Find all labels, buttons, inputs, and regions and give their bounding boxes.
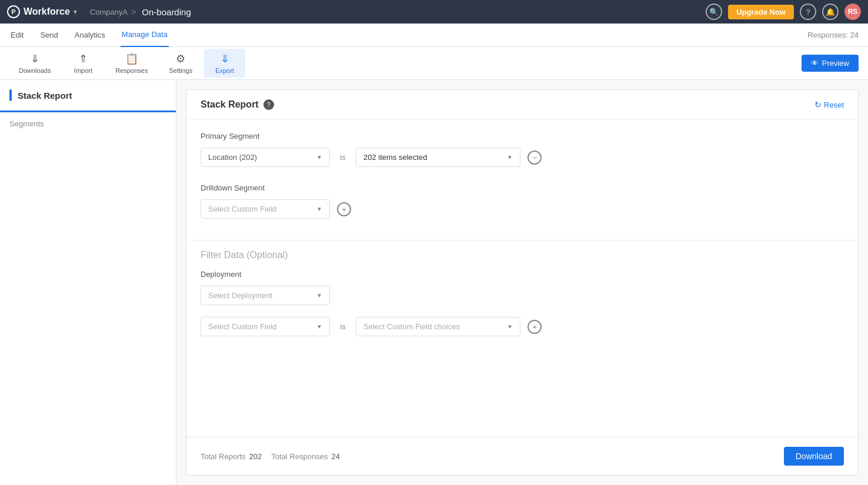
drilldown-field-select[interactable]: Select Custom Field ▼ [201, 199, 330, 219]
total-responses-label: Total Responses [271, 452, 328, 461]
drilldown-field-chevron: ▼ [316, 206, 322, 212]
logo-circle: P [7, 5, 20, 18]
content-panel: Stack Report ? ↻ Reset Primary Segment L… [186, 89, 859, 476]
deployment-chevron: ▼ [316, 292, 322, 299]
primary-segment-row: Location (202) ▼ is 202 items selected ▼… [201, 148, 844, 167]
primary-field-select[interactable]: Location (202) ▼ [201, 148, 330, 167]
preview-button[interactable]: 👁 Preview [802, 55, 859, 72]
reset-icon: ↻ [814, 100, 822, 109]
toolbar-import-label: Import [74, 67, 92, 74]
filter-choices-select[interactable]: Select Custom Field choices ▼ [356, 317, 520, 336]
app-logo[interactable]: P Workforce ▾ [7, 5, 77, 18]
primary-items-value: 202 items selected [363, 153, 505, 162]
preview-eye-icon: 👁 [811, 59, 819, 68]
footer-stats: Total Reports 202 Total Responses 24 [201, 452, 340, 461]
drilldown-segment-section: Drilldown Segment Select Custom Field ▼ … [186, 183, 858, 235]
toolbar-export-label: Export [215, 67, 234, 74]
breadcrumb-sep2: > [131, 7, 136, 16]
primary-items-select[interactable]: 202 items selected ▼ [356, 148, 520, 167]
divider [186, 240, 858, 240]
primary-field-value: Location (202) [208, 153, 314, 162]
nav-item-manage-data[interactable]: Manage Data [121, 24, 169, 47]
filter-choices-chevron: ▼ [507, 323, 513, 330]
nav-item-analytics[interactable]: Analytics [74, 24, 106, 47]
responses-count: Responses: 24 [807, 31, 859, 39]
total-responses-value: 24 [331, 452, 339, 461]
sidebar-title: Stack Report [18, 91, 72, 101]
filter-choices-placeholder: Select Custom Field choices [363, 322, 505, 331]
filter-custom-field-placeholder: Select Custom Field [208, 322, 314, 331]
page-title: On-boarding [142, 7, 191, 17]
top-bar-actions: 🔍 Upgrade Now ? 🔔 RS [706, 4, 861, 20]
deployment-select[interactable]: Select Deployment ▼ [201, 286, 330, 305]
primary-field-chevron: ▼ [316, 154, 322, 160]
main-layout: Stack Report Segments Stack Report ? ↻ R… [0, 80, 868, 485]
content-header: Stack Report ? ↻ Reset [186, 90, 858, 120]
export-icon: ⇓ [221, 52, 229, 65]
reset-button[interactable]: ↻ Reset [814, 100, 844, 109]
toolbar-responses[interactable]: 📋 Responses [106, 49, 157, 78]
content-area: Stack Report ? ↻ Reset Primary Segment L… [176, 80, 868, 485]
settings-icon: ⚙ [176, 52, 185, 65]
toolbar-import[interactable]: ⇑ Import [62, 49, 104, 78]
filter-title-main: Filter Data [201, 250, 244, 260]
custom-field-filter-row: Select Custom Field ▼ is Select Custom F… [201, 317, 844, 336]
second-nav: Edit Send Analytics Manage Data Response… [0, 24, 868, 47]
filter-title: Filter Data (Optional) [201, 250, 844, 260]
toolbar-right: 👁 Preview [802, 55, 859, 72]
app-name: Workforce [24, 6, 70, 17]
total-reports-stat: Total Reports 202 [201, 452, 262, 461]
toolbar-export[interactable]: ⇓ Export [204, 49, 245, 78]
nav-item-send[interactable]: Send [39, 24, 59, 47]
deployment-row: Select Deployment ▼ [201, 286, 844, 305]
drilldown-segment-label: Drilldown Segment [201, 183, 844, 192]
avatar-button[interactable]: RS [844, 4, 861, 20]
sidebar-header: Stack Report [0, 80, 176, 112]
remove-primary-button[interactable]: − [528, 150, 542, 165]
breadcrumb-company[interactable]: CompanyA [90, 8, 128, 16]
total-reports-label: Total Reports [201, 452, 246, 461]
upgrade-button[interactable]: Upgrade Now [728, 5, 794, 19]
downloads-icon: ⇓ [31, 52, 39, 65]
filter-section: Filter Data (Optional) Deployment Select… [186, 250, 858, 353]
total-responses-stat: Total Responses 24 [271, 452, 340, 461]
help-icon[interactable]: ? [263, 99, 274, 110]
notifications-button[interactable]: 🔔 [822, 4, 839, 20]
filter-custom-field-select[interactable]: Select Custom Field ▼ [201, 317, 330, 336]
deployment-placeholder: Select Deployment [208, 291, 314, 300]
drilldown-segment-row: Select Custom Field ▼ + [201, 199, 844, 219]
download-button[interactable]: Download [784, 447, 844, 466]
responses-icon: 📋 [125, 52, 138, 65]
nav-item-edit[interactable]: Edit [9, 24, 25, 47]
dropdown-arrow[interactable]: ▾ [74, 8, 77, 16]
total-reports-value: 202 [249, 452, 262, 461]
filter-optional-text: (Optional) [246, 250, 288, 260]
help-button[interactable]: ? [800, 4, 816, 20]
sidebar: Stack Report Segments [0, 80, 176, 485]
filter-custom-field-chevron: ▼ [316, 323, 322, 330]
primary-segment-label: Primary Segment [201, 132, 844, 141]
add-drilldown-button[interactable]: + [337, 202, 351, 216]
toolbar-downloads[interactable]: ⇓ Downloads [9, 49, 60, 78]
toolbar-responses-label: Responses [115, 67, 148, 74]
content-title: Stack Report [201, 99, 259, 110]
toolbar-downloads-label: Downloads [19, 67, 51, 74]
primary-items-chevron: ▼ [507, 154, 513, 160]
top-bar: P Workforce ▾ CompanyA > On-boarding 🔍 U… [0, 0, 868, 24]
filter-operator: is [337, 322, 349, 331]
content-footer: Total Reports 202 Total Responses 24 Dow… [186, 437, 858, 475]
primary-operator: is [337, 153, 349, 162]
search-button[interactable]: 🔍 [706, 4, 722, 20]
toolbar: ⇓ Downloads ⇑ Import 📋 Responses ⚙ Setti… [0, 47, 868, 80]
primary-segment-section: Primary Segment Location (202) ▼ is 202 … [186, 120, 858, 183]
drilldown-field-placeholder: Select Custom Field [208, 205, 314, 213]
toolbar-settings[interactable]: ⚙ Settings [159, 49, 202, 78]
reset-label: Reset [824, 101, 844, 109]
sidebar-accent-bar [9, 89, 12, 101]
preview-label: Preview [822, 59, 849, 68]
add-filter-button[interactable]: + [528, 320, 542, 334]
deployment-label: Deployment [201, 270, 844, 279]
sidebar-sub-label: Segments [0, 112, 176, 135]
toolbar-settings-label: Settings [169, 67, 192, 74]
import-icon: ⇑ [79, 52, 88, 65]
